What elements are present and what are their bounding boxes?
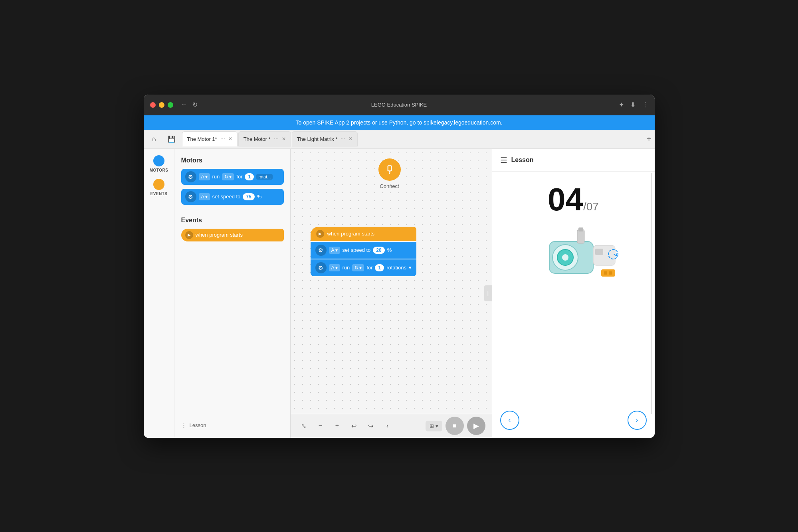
lesson-bottom-link[interactable]: ⋮ Lesson xyxy=(181,419,284,431)
port-select-a2[interactable]: A ▾ xyxy=(199,193,210,200)
puzzle-icon[interactable]: ✦ xyxy=(619,101,624,109)
canvas-set-speed-text: set speed to xyxy=(343,247,371,253)
tab-lightmatrix-close[interactable]: ✕ xyxy=(349,136,352,142)
tab-motor-close[interactable]: ✕ xyxy=(282,136,286,142)
canvas-rotations-text: rotations xyxy=(386,265,406,271)
refresh-button[interactable]: ↻ xyxy=(192,101,198,109)
tab-motor-menu[interactable]: ⋯ xyxy=(274,136,279,142)
blocks-panel: Motors ⚙ A ▾ run ↻ ▾ for 1 rotat... ⚙ xyxy=(175,149,291,438)
add-tab-button[interactable]: + xyxy=(647,134,651,144)
direction-select[interactable]: ↻ ▾ xyxy=(222,173,234,180)
connect-button[interactable]: Connect xyxy=(378,158,401,189)
canvas-trigger-block[interactable]: ▶ when program starts xyxy=(311,227,417,241)
canvas-motor-icon-2: ⚙ xyxy=(315,262,327,273)
close-button[interactable] xyxy=(150,102,156,108)
grid-icon: ⊞ xyxy=(430,423,434,429)
canvas-bottom-toolbar: ⤡ − + ↩ ↪ ‹ ⊞ ▾ ■ ▶ xyxy=(291,414,492,438)
port-chevron: ▾ xyxy=(205,174,208,180)
lesson-fraction: /07 xyxy=(583,201,599,212)
lesson-navigation: ‹ › xyxy=(492,411,655,438)
next-lesson-btn[interactable]: › xyxy=(628,411,647,430)
port-label-2: A xyxy=(201,194,204,200)
grid-view-btn[interactable]: ⊞ ▾ xyxy=(426,421,442,431)
events-dot xyxy=(153,179,164,190)
svg-point-2 xyxy=(388,171,390,172)
motor-setspeed-block[interactable]: ⚙ A ▾ set speed to 75 % xyxy=(181,189,284,205)
unit-tag[interactable]: rotat... xyxy=(256,174,273,180)
collapse-btn[interactable]: ⤡ xyxy=(297,419,311,433)
sidebar-item-motors[interactable]: MOTORS xyxy=(150,155,168,172)
play-button[interactable]: ▶ xyxy=(467,417,485,435)
speed-num[interactable]: 75 xyxy=(243,193,254,200)
tab-lightmatrix-menu[interactable]: ⋯ xyxy=(341,136,345,142)
motor-illustration xyxy=(521,225,625,293)
minimize-button[interactable] xyxy=(159,102,164,108)
redo-btn[interactable]: ↪ xyxy=(364,419,378,433)
canvas-quantity-value[interactable]: 1 xyxy=(375,264,384,271)
connect-label: Connect xyxy=(380,183,399,189)
canvas-run-block[interactable]: ⚙ A ▾ run ↻ ▾ for 1 rotations ▾ xyxy=(311,259,417,276)
tab-motor-label: The Motor * xyxy=(244,136,271,142)
back-arrow-btn[interactable]: ‹ xyxy=(381,419,394,433)
navigation-buttons: ← ↻ xyxy=(181,101,198,109)
when-program-starts-block[interactable]: ▶ when program starts xyxy=(181,229,284,241)
events-label: EVENTS xyxy=(150,192,167,196)
tab-motor1-close[interactable]: ✕ xyxy=(228,136,232,142)
grid-chevron: ▾ xyxy=(436,423,438,429)
tab-motor[interactable]: The Motor * ⋯ ✕ xyxy=(238,131,291,146)
canvas-run-text: run xyxy=(343,265,350,271)
tab-motor1-menu[interactable]: ⋯ xyxy=(220,136,225,142)
motor-icon-2: ⚙ xyxy=(185,191,196,202)
menu-icon[interactable]: ⋮ xyxy=(642,101,648,109)
motor-icon: ⚙ xyxy=(185,171,196,182)
download-icon[interactable]: ⬇ xyxy=(630,101,636,109)
undo-btn[interactable]: ↩ xyxy=(347,419,361,433)
titlebar-actions: ✦ ⬇ ⋮ xyxy=(619,101,648,109)
motors-dot xyxy=(153,155,164,166)
motor-run-block[interactable]: ⚙ A ▾ run ↻ ▾ for 1 rotat... xyxy=(181,169,284,185)
quantity-num[interactable]: 1 xyxy=(245,173,254,180)
canvas-motor-icon-1: ⚙ xyxy=(315,245,327,256)
port-chevron-2: ▾ xyxy=(205,194,208,200)
category-sidebar: MOTORS EVENTS xyxy=(144,149,175,438)
canvas-area[interactable]: Connect ▶ when program starts ⚙ A ▾ set … xyxy=(291,149,492,438)
app-window: ← ↻ LEGO Education SPIKE ✦ ⬇ ⋮ To open S… xyxy=(144,95,655,438)
traffic-lights xyxy=(150,102,173,108)
canvas-port-a2[interactable]: A ▾ xyxy=(329,264,340,271)
svg-rect-9 xyxy=(578,227,583,231)
lesson-title: Lesson xyxy=(511,156,534,164)
maximize-button[interactable] xyxy=(168,102,173,108)
canvas-setspeed-block[interactable]: ⚙ A ▾ set speed to 20 % xyxy=(311,242,417,259)
tab-motor1[interactable]: The Motor 1* ⋯ ✕ xyxy=(182,131,238,146)
save-button[interactable]: 💾 xyxy=(164,132,179,146)
canvas-trigger-label: when program starts xyxy=(327,231,375,237)
lesson-scrollbar[interactable] xyxy=(651,173,652,414)
svg-rect-10 xyxy=(593,245,615,265)
motors-section-title: Motors xyxy=(181,157,284,164)
canvas-direction-select[interactable]: ↻ ▾ xyxy=(352,264,364,271)
titlebar: ← ↻ LEGO Education SPIKE ✦ ⬇ ⋮ xyxy=(144,95,655,115)
port-select-a[interactable]: A ▾ xyxy=(199,173,210,180)
connect-circle xyxy=(378,158,401,181)
when-program-starts-label: when program starts xyxy=(196,232,243,238)
svg-rect-8 xyxy=(577,229,584,243)
tab-lightmatrix[interactable]: The Light Matrix * ⋯ ✕ xyxy=(292,131,358,146)
home-button[interactable]: ⌂ xyxy=(147,132,161,146)
prev-lesson-btn[interactable]: ‹ xyxy=(500,411,519,430)
canvas-rotations-chevron[interactable]: ▾ xyxy=(409,265,412,271)
back-button[interactable]: ← xyxy=(181,101,188,109)
sidebar-item-events[interactable]: EVENTS xyxy=(150,179,167,196)
lesson-dots-icon: ⋮ xyxy=(181,422,186,428)
canvas-speed-value[interactable]: 20 xyxy=(373,247,384,254)
port-label: A xyxy=(201,174,204,180)
lesson-collapse-btn[interactable]: | xyxy=(484,285,492,301)
canvas-port-a1[interactable]: A ▾ xyxy=(329,247,340,254)
stop-button[interactable]: ■ xyxy=(446,417,464,435)
zoom-in-btn[interactable]: + xyxy=(331,419,344,433)
zoom-out-btn[interactable]: − xyxy=(314,419,327,433)
run-label: run xyxy=(212,174,220,180)
lesson-body: 04 /07 xyxy=(492,172,655,411)
app-title: LEGO Education SPIKE xyxy=(371,102,427,108)
svg-rect-1 xyxy=(388,166,391,170)
tab-lightmatrix-label: The Light Matrix * xyxy=(297,136,338,142)
